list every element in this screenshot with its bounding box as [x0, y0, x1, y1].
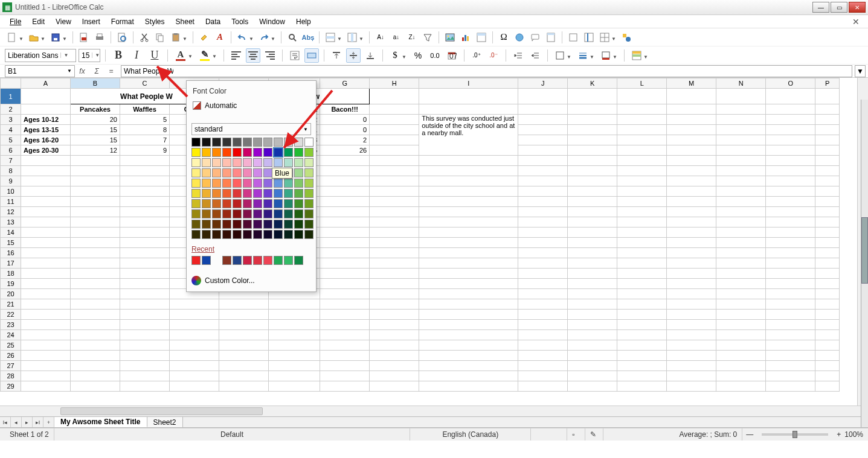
- increase-indent-button[interactable]: [511, 48, 526, 63]
- tab-prev-button[interactable]: ◂: [11, 417, 22, 427]
- menu-format[interactable]: Format: [106, 16, 139, 27]
- color-swatch[interactable]: [284, 230, 293, 239]
- zoom-slider[interactable]: [762, 433, 828, 436]
- color-swatch[interactable]: [274, 220, 283, 229]
- color-swatch[interactable]: [284, 209, 293, 218]
- font-name-combo[interactable]: Liberation Sans▼: [5, 49, 76, 62]
- color-swatch[interactable]: [191, 168, 201, 177]
- recent-color-swatch[interactable]: [253, 256, 262, 265]
- color-swatch[interactable]: [263, 220, 272, 229]
- menu-styles[interactable]: Styles: [140, 16, 170, 27]
- insert-comment-button[interactable]: [528, 30, 542, 45]
- insert-pivot-button[interactable]: [474, 30, 489, 45]
- date-button[interactable]: 07: [445, 48, 459, 63]
- italic-button[interactable]: I: [129, 48, 144, 63]
- color-swatch[interactable]: [233, 209, 242, 218]
- tab-add-button[interactable]: +: [43, 417, 54, 427]
- border-style-button[interactable]: ▼: [576, 48, 590, 63]
- formula-equals-button[interactable]: =: [104, 65, 118, 77]
- borders-button[interactable]: ▼: [553, 48, 567, 63]
- color-swatch[interactable]: [263, 179, 272, 188]
- color-swatch[interactable]: [212, 138, 221, 147]
- color-swatch[interactable]: [202, 199, 211, 208]
- expand-formula-bar-button[interactable]: ▼: [855, 65, 866, 77]
- color-swatch[interactable]: [222, 148, 231, 157]
- align-vcenter-button[interactable]: [346, 48, 361, 63]
- font-color-button[interactable]: A▼: [173, 48, 188, 63]
- color-swatch[interactable]: [233, 168, 242, 177]
- color-swatch[interactable]: [253, 148, 262, 157]
- close-document-button[interactable]: ✕: [849, 17, 863, 27]
- color-swatch[interactable]: [233, 220, 242, 229]
- color-swatch[interactable]: [304, 148, 313, 157]
- color-swatch[interactable]: [253, 199, 262, 208]
- menu-tools[interactable]: Tools: [227, 16, 253, 27]
- color-swatch[interactable]: [253, 179, 262, 188]
- color-swatch[interactable]: [222, 199, 231, 208]
- color-swatch[interactable]: [274, 189, 283, 198]
- clear-formatting-button[interactable]: A: [213, 30, 227, 45]
- color-swatch[interactable]: [212, 158, 221, 167]
- color-swatch[interactable]: [274, 148, 283, 157]
- align-bottom-button[interactable]: [363, 48, 378, 63]
- color-swatch[interactable]: [191, 220, 201, 229]
- status-signature[interactable]: ✎: [585, 428, 603, 441]
- color-swatch[interactable]: [294, 158, 303, 167]
- custom-color-row[interactable]: Custom Color...: [191, 276, 311, 285]
- sort-asc-button[interactable]: A↓: [373, 30, 388, 45]
- menu-insert[interactable]: Insert: [77, 16, 105, 27]
- color-swatch[interactable]: [222, 179, 231, 188]
- maximize-button[interactable]: ▭: [831, 2, 847, 13]
- color-swatch[interactable]: [233, 138, 242, 147]
- underline-button[interactable]: U: [147, 48, 162, 63]
- color-swatch[interactable]: [243, 220, 252, 229]
- color-swatch[interactable]: [243, 199, 252, 208]
- close-button[interactable]: ✕: [849, 2, 866, 13]
- color-swatch[interactable]: [222, 158, 231, 167]
- cell-reference-box[interactable]: B1▼: [5, 65, 75, 77]
- insert-image-button[interactable]: [443, 30, 457, 45]
- color-swatch[interactable]: [304, 179, 313, 188]
- number-button[interactable]: 0.0: [428, 48, 442, 63]
- align-left-button[interactable]: [229, 48, 243, 63]
- color-swatch[interactable]: [253, 168, 262, 177]
- color-swatch[interactable]: [233, 158, 242, 167]
- color-swatch[interactable]: [253, 189, 262, 198]
- save-button[interactable]: ▼: [48, 30, 63, 45]
- color-swatch[interactable]: [202, 209, 211, 218]
- show-draw-functions-button[interactable]: [619, 30, 634, 45]
- color-swatch[interactable]: [212, 168, 221, 177]
- recent-color-swatch[interactable]: [263, 256, 272, 265]
- color-swatch[interactable]: [294, 179, 303, 188]
- color-swatch[interactable]: [222, 189, 231, 198]
- color-swatch[interactable]: [243, 148, 252, 157]
- color-swatch[interactable]: [304, 158, 313, 167]
- color-swatch[interactable]: [212, 209, 221, 218]
- color-swatch[interactable]: [294, 138, 303, 147]
- color-swatch[interactable]: [263, 168, 272, 177]
- color-swatch[interactable]: [263, 158, 272, 167]
- decrease-indent-button[interactable]: [528, 48, 542, 63]
- color-swatch[interactable]: [191, 230, 201, 239]
- formula-input[interactable]: What People Want to Eat For Breakfast To…: [121, 65, 852, 77]
- define-print-area-button[interactable]: [566, 30, 580, 45]
- color-swatch[interactable]: [202, 179, 211, 188]
- menu-window[interactable]: Window: [254, 16, 290, 27]
- sum-button[interactable]: Σ: [89, 65, 104, 77]
- recent-color-swatch[interactable]: [222, 256, 231, 265]
- insert-hyperlink-button[interactable]: [512, 30, 527, 45]
- color-swatch[interactable]: [222, 168, 231, 177]
- color-swatch[interactable]: [191, 148, 201, 157]
- autofilter-button[interactable]: [420, 30, 435, 45]
- color-swatch[interactable]: [212, 230, 221, 239]
- color-swatch[interactable]: [263, 189, 272, 198]
- color-swatch[interactable]: [274, 199, 283, 208]
- status-language[interactable]: English (Canada): [410, 428, 531, 441]
- color-swatch[interactable]: [274, 209, 283, 218]
- merge-cells-button[interactable]: [304, 48, 319, 63]
- color-swatch[interactable]: [284, 148, 293, 157]
- recent-color-swatch[interactable]: [202, 256, 211, 265]
- color-swatch[interactable]: [284, 189, 293, 198]
- color-swatch[interactable]: [284, 199, 293, 208]
- find-button[interactable]: [285, 30, 300, 45]
